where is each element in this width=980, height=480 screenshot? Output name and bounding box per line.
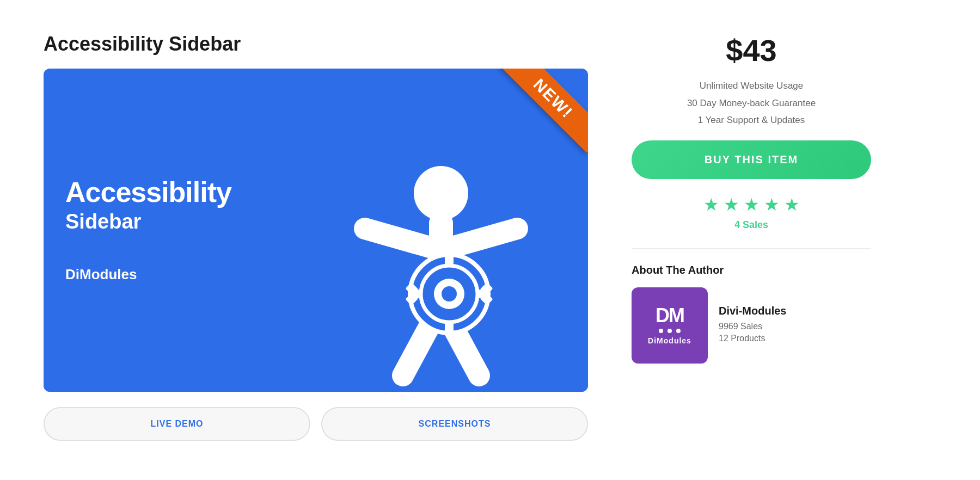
action-buttons: LIVE DEMO SCREENSHOTS — [44, 407, 588, 441]
features-list: Unlimited Website Usage 30 Day Money-bac… — [632, 79, 871, 127]
screenshots-button[interactable]: SCREENSHOTS — [321, 407, 588, 441]
left-panel: Accessibility Sidebar NEW! Accessibility… — [44, 33, 588, 441]
author-logo-text: DM — [656, 306, 684, 325]
author-sales: 9969 Sales — [719, 322, 786, 331]
svg-rect-4 — [445, 323, 454, 333]
stars-container: ★ ★ ★ ★ ★ — [632, 194, 871, 215]
new-badge-banner: NEW! — [468, 69, 588, 188]
author-products: 12 Products — [719, 334, 786, 343]
brand-line2: Sidebar — [65, 210, 231, 233]
star-4: ★ — [764, 194, 780, 215]
star-2: ★ — [724, 194, 739, 215]
price-section: $43 — [632, 33, 871, 68]
sales-count: 4 Sales — [632, 219, 871, 231]
dot-1 — [659, 329, 663, 333]
feature-item-1: Unlimited Website Usage — [632, 79, 871, 93]
star-5: ★ — [784, 194, 800, 215]
brand-line1: Accessibility — [65, 177, 231, 208]
author-avatar: DM DiModules — [632, 287, 708, 364]
author-info: Divi-Modules 9969 Sales 12 Products — [719, 305, 786, 346]
feature-item-3: 1 Year Support & Updates — [632, 113, 871, 127]
live-demo-button[interactable]: LIVE DEMO — [44, 407, 310, 441]
section-divider — [632, 248, 871, 249]
feature-item-2: 30 Day Money-back Guarantee — [632, 96, 871, 110]
dot-2 — [667, 329, 672, 333]
new-badge-text: NEW! — [499, 69, 588, 153]
star-3: ★ — [744, 194, 759, 215]
buy-button[interactable]: BUY THIS ITEM — [632, 140, 871, 179]
star-1: ★ — [703, 194, 719, 215]
product-image: NEW! Accessibility Sidebar DiModules — [44, 69, 588, 392]
dot-3 — [676, 329, 681, 333]
svg-point-12 — [442, 286, 457, 301]
author-logo-sub: DiModules — [648, 336, 691, 345]
page-title: Accessibility Sidebar — [44, 33, 588, 56]
brand-author: DiModules — [65, 266, 231, 283]
accessibility-figure-svg — [348, 163, 534, 392]
page-container: Accessibility Sidebar NEW! Accessibility… — [0, 0, 980, 473]
author-name: Divi-Modules — [719, 305, 786, 317]
about-author-section: About The Author DM DiModules Divi-Modul… — [632, 264, 871, 364]
svg-rect-3 — [445, 255, 454, 264]
right-panel: $43 Unlimited Website Usage 30 Day Money… — [632, 33, 871, 364]
product-text-block: Accessibility Sidebar DiModules — [65, 177, 231, 283]
author-logo-dots — [659, 329, 681, 333]
author-card: DM DiModules Divi-Modules 9969 Sales 12 … — [632, 287, 871, 364]
about-author-title: About The Author — [632, 264, 871, 276]
price-display: $43 — [632, 33, 871, 68]
